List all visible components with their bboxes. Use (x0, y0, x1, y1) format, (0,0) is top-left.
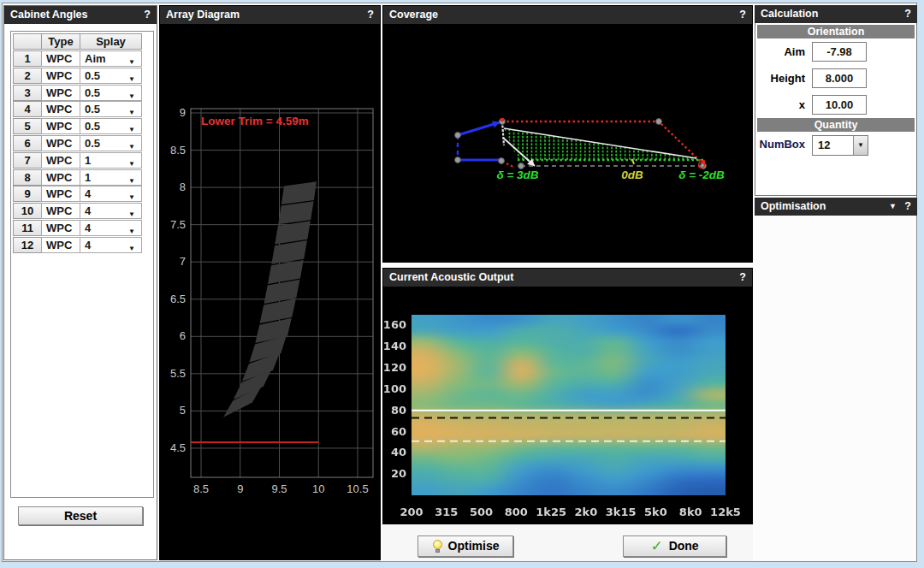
cabinet-2 (278, 201, 313, 224)
array-diagram-panel: Array Diagram ? 8.599.51010.54.555.566.5… (159, 5, 381, 560)
cabinet-type-cell: WPC (41, 152, 80, 169)
row-number[interactable]: 6 (13, 135, 42, 151)
optimisation-panel: Optimisation ▼ ? (755, 198, 917, 216)
row-number[interactable]: 5 (13, 118, 42, 134)
cabinet-type-cell: WPC (41, 68, 80, 84)
cabinet-type-cell: WPC (41, 203, 80, 219)
chevron-down-icon[interactable]: ▼ (853, 136, 868, 155)
chevron-down-icon: ▼ (128, 241, 135, 256)
help-icon[interactable]: ? (739, 269, 746, 287)
array-hang (502, 121, 504, 145)
coverage-label-0: δ = 3dB (496, 169, 538, 181)
coverage-label-1: 0dB (621, 169, 643, 181)
col-header-type: Type (41, 33, 80, 50)
row-number[interactable]: 1 (13, 50, 42, 67)
coverage-panel: Coverage ? δ = 3dB0dBδ = -2dB (382, 5, 753, 263)
svg-text:9: 9 (237, 482, 243, 495)
done-label: Done (669, 539, 699, 553)
height-input[interactable] (812, 68, 867, 88)
acoustic-output-title: Current Acoustic Output (389, 271, 513, 283)
row-number[interactable]: 7 (13, 152, 42, 169)
calculation-body: Orientation Aim Height x Quantity NumBox… (755, 23, 917, 196)
app-screen: Cabinet Angles ? Type Splay 1WPCAim▼2WPC… (0, 0, 924, 568)
row-number[interactable]: 12 (13, 237, 42, 253)
svg-text:6: 6 (180, 329, 186, 342)
help-icon[interactable]: ? (739, 6, 746, 24)
splay-dropdown[interactable]: 4▼ (80, 220, 142, 236)
height-label: Height (755, 72, 805, 85)
quantity-header: Quantity (757, 118, 915, 132)
cabinet-type-cell: WPC (41, 186, 80, 202)
cabinet-type-cell: WPC (41, 50, 80, 67)
svg-text:10: 10 (312, 482, 324, 495)
splay-dropdown[interactable]: 1▼ (80, 169, 142, 186)
row-number[interactable]: 2 (13, 68, 42, 84)
splay-dropdown[interactable]: Aim▼ (80, 50, 142, 67)
cabinet-type-cell: WPC (41, 118, 80, 134)
optimisation-titlebar: Optimisation ▼ ? (755, 198, 917, 216)
help-icon[interactable]: ? (367, 6, 374, 24)
numbox-dropdown[interactable]: 12 ▼ (812, 135, 868, 156)
aim-input[interactable] (812, 42, 867, 62)
row-number[interactable]: 10 (13, 203, 42, 219)
svg-text:9.5: 9.5 (271, 482, 287, 495)
orientation-header: Orientation (757, 25, 915, 38)
splay-dropdown[interactable]: 0.5▼ (80, 118, 142, 134)
cabinet-type-cell: WPC (41, 237, 80, 253)
cabinet-angles-panel: Cabinet Angles ? Type Splay 1WPCAim▼2WPC… (3, 5, 157, 560)
svg-text:7: 7 (180, 255, 186, 268)
coverage-plot[interactable]: δ = 3dB0dBδ = -2dB (383, 24, 752, 262)
splay-dropdown[interactable]: 4▼ (80, 237, 142, 253)
cabinet-type-cell: WPC (41, 169, 80, 186)
row-number[interactable]: 11 (13, 220, 42, 236)
splay-dropdown[interactable]: 0.5▼ (80, 85, 142, 101)
row-number[interactable]: 4 (13, 101, 42, 117)
splay-dropdown[interactable]: 1▼ (80, 152, 142, 169)
cabinet-angles-titlebar: Cabinet Angles ? (4, 6, 157, 24)
red-dot (500, 118, 505, 122)
help-icon[interactable]: ? (904, 198, 911, 216)
drag-handle (455, 157, 461, 163)
svg-text:4.5: 4.5 (170, 441, 186, 454)
splay-dropdown[interactable]: 0.5▼ (80, 135, 142, 151)
optimise-button[interactable]: Optimise (418, 535, 513, 557)
x-label: x (755, 98, 805, 111)
cabinet-type-cell: WPC (41, 101, 80, 117)
help-icon[interactable]: ? (144, 6, 151, 24)
drag-handle (455, 133, 461, 139)
svg-text:8.5: 8.5 (170, 144, 186, 157)
row-number[interactable]: 9 (13, 186, 42, 202)
cabinet-angles-title: Cabinet Angles (10, 9, 88, 21)
coverage-titlebar: Coverage ? (383, 6, 752, 24)
row-number[interactable]: 8 (13, 169, 42, 186)
splay-dropdown[interactable]: 0.5▼ (80, 101, 142, 117)
done-button[interactable]: ✓Done (623, 535, 726, 557)
x-input[interactable] (812, 95, 867, 115)
calculation-title: Calculation (761, 8, 818, 20)
aim-label: Aim (755, 45, 805, 58)
footer-strip: Optimise ✓Done (382, 524, 753, 561)
cabinet-type-cell: WPC (41, 135, 80, 151)
help-icon[interactable]: ? (904, 5, 911, 23)
numbox-label: NumBox (755, 138, 805, 151)
splay-dropdown[interactable]: 4▼ (80, 203, 142, 219)
row-number[interactable]: 3 (13, 85, 42, 101)
splay-dropdown[interactable]: 4▼ (80, 186, 142, 202)
array-diagram-plot: 8.599.51010.54.555.566.577.588.59Lower T… (160, 24, 380, 559)
optimise-label: Optimise (448, 539, 500, 553)
coverage-label-2: δ = -2dB (678, 169, 725, 181)
acoustic-heatmap (383, 287, 752, 524)
lower-trim-annotation: Lower Trim = 4.59m (201, 115, 309, 127)
array-diagram-title: Array Diagram (166, 9, 240, 21)
splay-dropdown[interactable]: 0.5▼ (80, 68, 142, 84)
chevron-down-icon[interactable]: ▼ (889, 198, 897, 216)
acoustic-output-titlebar: Current Acoustic Output ? (383, 269, 752, 287)
cabinet-type-cell: WPC (41, 220, 80, 236)
coverage-title: Coverage (389, 9, 438, 21)
calculation-titlebar: Calculation ? (755, 5, 917, 23)
svg-text:9: 9 (180, 106, 186, 119)
calculation-panel: Calculation ? Orientation Aim Height x Q… (755, 5, 917, 196)
svg-text:5.5: 5.5 (170, 367, 186, 380)
reset-button[interactable]: Reset (18, 506, 143, 525)
cabinet-angles-body: Type Splay 1WPCAim▼2WPC0.5▼3WPC0.5▼4WPC0… (4, 24, 157, 559)
